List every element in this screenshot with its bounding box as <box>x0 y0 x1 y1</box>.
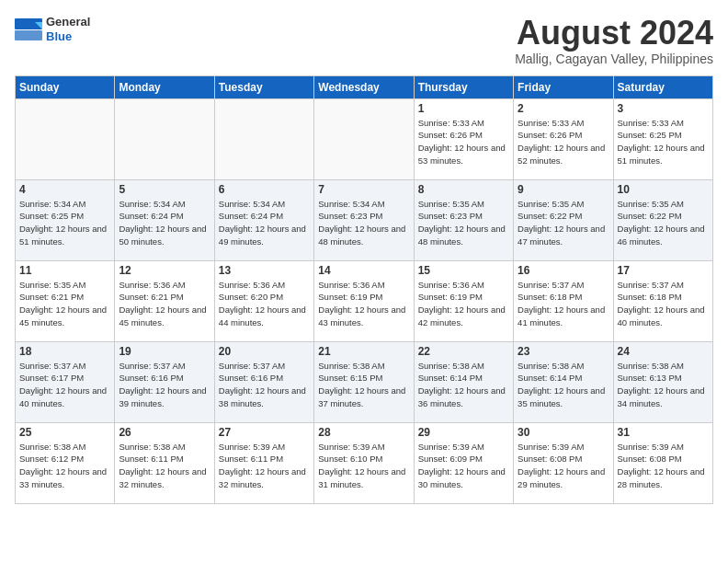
calendar-cell: 13Sunrise: 5:36 AMSunset: 6:20 PMDayligh… <box>214 260 313 341</box>
calendar-week-row: 1Sunrise: 5:33 AMSunset: 6:26 PMDaylight… <box>16 98 713 179</box>
calendar-cell: 4Sunrise: 5:34 AMSunset: 6:25 PMDaylight… <box>16 179 115 260</box>
calendar-cell: 22Sunrise: 5:38 AMSunset: 6:14 PMDayligh… <box>414 341 513 422</box>
day-info: Sunrise: 5:36 AMSunset: 6:19 PMDaylight:… <box>418 279 509 329</box>
day-info: Sunrise: 5:38 AMSunset: 6:15 PMDaylight:… <box>318 360 409 410</box>
calendar-week-row: 11Sunrise: 5:35 AMSunset: 6:21 PMDayligh… <box>16 260 713 341</box>
day-number: 20 <box>219 345 310 358</box>
calendar-cell <box>16 98 115 179</box>
day-info: Sunrise: 5:34 AMSunset: 6:25 PMDaylight:… <box>19 198 110 248</box>
calendar-cell: 14Sunrise: 5:36 AMSunset: 6:19 PMDayligh… <box>314 260 414 341</box>
title-block: August 2024 Mallig, Cagayan Valley, Phil… <box>515 15 713 66</box>
calendar-cell: 12Sunrise: 5:36 AMSunset: 6:21 PMDayligh… <box>115 260 214 341</box>
calendar-cell: 21Sunrise: 5:38 AMSunset: 6:15 PMDayligh… <box>314 341 414 422</box>
day-info: Sunrise: 5:38 AMSunset: 6:14 PMDaylight:… <box>518 360 609 410</box>
calendar-cell: 23Sunrise: 5:38 AMSunset: 6:14 PMDayligh… <box>514 341 613 422</box>
day-number: 7 <box>318 183 409 196</box>
calendar-cell: 27Sunrise: 5:39 AMSunset: 6:11 PMDayligh… <box>214 422 313 503</box>
calendar-cell: 24Sunrise: 5:38 AMSunset: 6:13 PMDayligh… <box>613 341 712 422</box>
day-info: Sunrise: 5:39 AMSunset: 6:09 PMDaylight:… <box>418 441 509 491</box>
logo-line1: General <box>46 15 90 29</box>
day-number: 8 <box>418 183 509 196</box>
weekday-header-saturday: Saturday <box>613 75 712 98</box>
day-number: 13 <box>219 264 310 277</box>
day-number: 18 <box>19 345 110 358</box>
day-info: Sunrise: 5:37 AMSunset: 6:16 PMDaylight:… <box>219 360 310 410</box>
calendar-cell: 10Sunrise: 5:35 AMSunset: 6:22 PMDayligh… <box>613 179 712 260</box>
calendar-cell: 25Sunrise: 5:38 AMSunset: 6:12 PMDayligh… <box>16 422 115 503</box>
day-number: 31 <box>618 426 709 439</box>
day-number: 26 <box>119 426 210 439</box>
calendar-cell: 3Sunrise: 5:33 AMSunset: 6:25 PMDaylight… <box>613 98 712 179</box>
calendar-cell: 16Sunrise: 5:37 AMSunset: 6:18 PMDayligh… <box>514 260 613 341</box>
calendar-cell <box>214 98 313 179</box>
calendar-cell <box>115 98 214 179</box>
day-number: 24 <box>618 345 709 358</box>
logo: General Blue <box>15 15 90 43</box>
location-subtitle: Mallig, Cagayan Valley, Philippines <box>515 52 713 66</box>
calendar-cell: 19Sunrise: 5:37 AMSunset: 6:16 PMDayligh… <box>115 341 214 422</box>
logo-icon <box>15 18 42 40</box>
day-info: Sunrise: 5:39 AMSunset: 6:08 PMDaylight:… <box>518 441 609 491</box>
day-info: Sunrise: 5:38 AMSunset: 6:12 PMDaylight:… <box>19 441 110 491</box>
day-number: 28 <box>318 426 409 439</box>
day-number: 22 <box>418 345 509 358</box>
day-info: Sunrise: 5:35 AMSunset: 6:21 PMDaylight:… <box>19 279 110 329</box>
day-number: 9 <box>518 183 609 196</box>
weekday-header-monday: Monday <box>115 75 214 98</box>
weekday-header-thursday: Thursday <box>414 75 513 98</box>
day-number: 2 <box>518 102 609 115</box>
calendar-cell: 31Sunrise: 5:39 AMSunset: 6:08 PMDayligh… <box>613 422 712 503</box>
day-number: 6 <box>219 183 310 196</box>
day-number: 12 <box>119 264 210 277</box>
day-info: Sunrise: 5:36 AMSunset: 6:19 PMDaylight:… <box>318 279 409 329</box>
weekday-header-tuesday: Tuesday <box>214 75 313 98</box>
day-number: 17 <box>618 264 709 277</box>
day-info: Sunrise: 5:33 AMSunset: 6:26 PMDaylight:… <box>418 117 509 167</box>
calendar-cell: 11Sunrise: 5:35 AMSunset: 6:21 PMDayligh… <box>16 260 115 341</box>
day-number: 4 <box>19 183 110 196</box>
calendar-cell: 15Sunrise: 5:36 AMSunset: 6:19 PMDayligh… <box>414 260 513 341</box>
calendar-cell: 5Sunrise: 5:34 AMSunset: 6:24 PMDaylight… <box>115 179 214 260</box>
day-info: Sunrise: 5:34 AMSunset: 6:23 PMDaylight:… <box>318 198 409 248</box>
day-number: 5 <box>119 183 210 196</box>
day-number: 15 <box>418 264 509 277</box>
day-number: 30 <box>518 426 609 439</box>
day-info: Sunrise: 5:36 AMSunset: 6:20 PMDaylight:… <box>219 279 310 329</box>
day-number: 21 <box>318 345 409 358</box>
day-info: Sunrise: 5:35 AMSunset: 6:22 PMDaylight:… <box>618 198 709 248</box>
calendar-week-row: 25Sunrise: 5:38 AMSunset: 6:12 PMDayligh… <box>16 422 713 503</box>
calendar-cell: 29Sunrise: 5:39 AMSunset: 6:09 PMDayligh… <box>414 422 513 503</box>
day-info: Sunrise: 5:37 AMSunset: 6:18 PMDaylight:… <box>518 279 609 329</box>
day-info: Sunrise: 5:37 AMSunset: 6:17 PMDaylight:… <box>19 360 110 410</box>
day-info: Sunrise: 5:36 AMSunset: 6:21 PMDaylight:… <box>119 279 210 329</box>
calendar-cell: 8Sunrise: 5:35 AMSunset: 6:23 PMDaylight… <box>414 179 513 260</box>
day-info: Sunrise: 5:34 AMSunset: 6:24 PMDaylight:… <box>119 198 210 248</box>
logo-text: General Blue <box>46 15 90 43</box>
day-number: 16 <box>518 264 609 277</box>
weekday-header-row: SundayMondayTuesdayWednesdayThursdayFrid… <box>16 75 713 98</box>
day-info: Sunrise: 5:33 AMSunset: 6:26 PMDaylight:… <box>518 117 609 167</box>
day-info: Sunrise: 5:39 AMSunset: 6:08 PMDaylight:… <box>618 441 709 491</box>
day-info: Sunrise: 5:35 AMSunset: 6:23 PMDaylight:… <box>418 198 509 248</box>
calendar-cell: 28Sunrise: 5:39 AMSunset: 6:10 PMDayligh… <box>314 422 414 503</box>
calendar-cell: 2Sunrise: 5:33 AMSunset: 6:26 PMDaylight… <box>514 98 613 179</box>
day-info: Sunrise: 5:38 AMSunset: 6:14 PMDaylight:… <box>418 360 509 410</box>
day-number: 25 <box>19 426 110 439</box>
calendar-cell: 7Sunrise: 5:34 AMSunset: 6:23 PMDaylight… <box>314 179 414 260</box>
weekday-header-wednesday: Wednesday <box>314 75 414 98</box>
weekday-header-friday: Friday <box>514 75 613 98</box>
calendar-cell: 9Sunrise: 5:35 AMSunset: 6:22 PMDaylight… <box>514 179 613 260</box>
month-year-title: August 2024 <box>515 15 713 52</box>
calendar-cell: 18Sunrise: 5:37 AMSunset: 6:17 PMDayligh… <box>16 341 115 422</box>
svg-rect-1 <box>15 30 42 40</box>
calendar-week-row: 4Sunrise: 5:34 AMSunset: 6:25 PMDaylight… <box>16 179 713 260</box>
day-number: 10 <box>618 183 709 196</box>
day-number: 19 <box>119 345 210 358</box>
day-info: Sunrise: 5:39 AMSunset: 6:11 PMDaylight:… <box>219 441 310 491</box>
day-number: 29 <box>418 426 509 439</box>
calendar-table: SundayMondayTuesdayWednesdayThursdayFrid… <box>15 75 713 504</box>
day-number: 11 <box>19 264 110 277</box>
day-info: Sunrise: 5:37 AMSunset: 6:18 PMDaylight:… <box>618 279 709 329</box>
calendar-cell: 30Sunrise: 5:39 AMSunset: 6:08 PMDayligh… <box>514 422 613 503</box>
day-info: Sunrise: 5:37 AMSunset: 6:16 PMDaylight:… <box>119 360 210 410</box>
